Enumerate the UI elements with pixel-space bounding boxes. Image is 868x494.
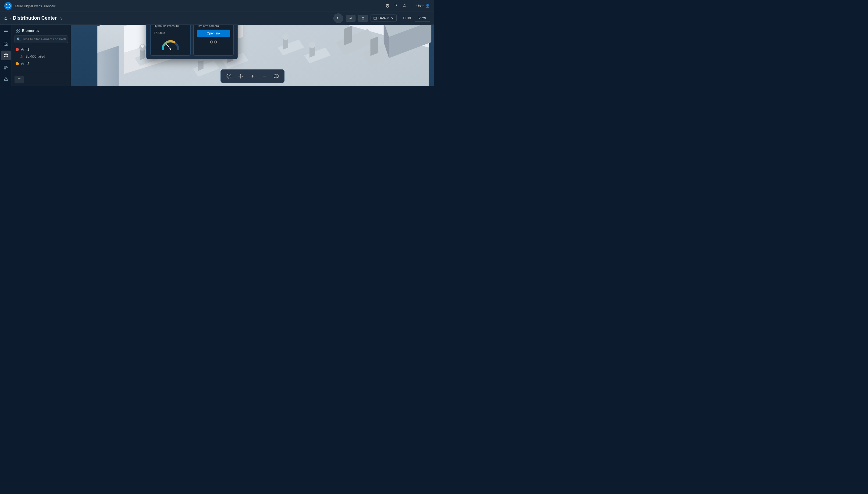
sidebar-bottom bbox=[12, 73, 71, 86]
share-button[interactable] bbox=[346, 15, 355, 22]
arm2-status-icon bbox=[16, 62, 19, 65]
elements-panel: Elements 🔍 Arm1 ⚠ Box506 failed Arm2 bbox=[12, 25, 71, 86]
svg-point-40 bbox=[141, 45, 144, 48]
pressure-gauge bbox=[154, 36, 187, 53]
arm2-label: Arm2 bbox=[21, 62, 29, 65]
user-avatar-icon: 👤 bbox=[426, 4, 430, 8]
build-tab[interactable]: Build bbox=[399, 14, 415, 22]
app-title: Azure Digital Twins Preview bbox=[15, 4, 55, 8]
sidebar-filter-button[interactable] bbox=[15, 76, 24, 83]
svg-rect-17 bbox=[16, 31, 18, 32]
metrics-row: Hydraulic Pressure 17.5m/s bbox=[150, 25, 234, 56]
arm1-status-icon bbox=[16, 48, 19, 51]
svg-rect-6 bbox=[5, 44, 6, 45]
app-subtitle: Preview bbox=[44, 4, 56, 8]
svg-marker-14 bbox=[4, 77, 8, 80]
svg-point-71 bbox=[170, 49, 171, 50]
link-icon bbox=[197, 39, 230, 46]
help-icon[interactable]: ? bbox=[394, 3, 397, 8]
icon-rail: ☰ bbox=[0, 25, 12, 86]
app-title-text: Azure Digital Twins bbox=[15, 4, 42, 8]
breadcrumb-current: Distribution Center bbox=[13, 15, 57, 21]
svg-point-56 bbox=[309, 42, 315, 48]
elements-list: Arm1 ⚠ Box506 failed Arm2 bbox=[12, 46, 71, 73]
focus-button[interactable] bbox=[224, 71, 234, 81]
home-button[interactable]: ⌂ bbox=[4, 15, 7, 21]
list-item[interactable]: ⚠ Box506 failed bbox=[12, 53, 71, 60]
popup-body: Packing Line Efficiency ⚠ Box506 failed … bbox=[146, 25, 237, 59]
move-button[interactable] bbox=[236, 71, 245, 81]
arm1-label: Arm1 bbox=[21, 48, 29, 51]
toolbar-right: ↻ Default ∨ Build View bbox=[333, 14, 430, 23]
svg-rect-16 bbox=[18, 29, 19, 31]
elements-header: Elements bbox=[12, 25, 71, 36]
alert-triangle-icon: ⚠ bbox=[20, 54, 23, 59]
rail-3d-icon[interactable] bbox=[1, 51, 11, 60]
rail-home-icon[interactable] bbox=[1, 39, 11, 49]
hydraulic-pressure-card: Hydraulic Pressure 17.5m/s bbox=[150, 25, 191, 56]
svg-rect-15 bbox=[16, 29, 18, 31]
navbar: Azure Digital Twins Preview ⚙ ? ☺ User 👤 bbox=[0, 0, 434, 12]
pressure-label: Hydraulic Pressure bbox=[154, 25, 187, 27]
main-layout: ☰ Elements 🔍 bbox=[0, 25, 434, 86]
list-item[interactable]: Arm1 bbox=[12, 46, 71, 53]
svg-rect-18 bbox=[18, 31, 19, 32]
list-item[interactable]: Arm2 bbox=[12, 60, 71, 67]
view-tab[interactable]: View bbox=[415, 14, 430, 22]
camera-label: Live arm camera bbox=[197, 25, 230, 27]
user-label: User bbox=[416, 4, 424, 8]
breadcrumb-separator: › bbox=[9, 16, 11, 20]
svg-rect-11 bbox=[4, 66, 7, 67]
pressure-number: 17.5 bbox=[154, 31, 159, 35]
svg-point-74 bbox=[227, 74, 231, 78]
svg-point-53 bbox=[282, 34, 289, 40]
rail-model-icon[interactable] bbox=[1, 62, 11, 72]
pressure-unit: m/s bbox=[160, 31, 165, 35]
zoom-in-button[interactable] bbox=[248, 71, 257, 81]
svg-point-3 bbox=[362, 18, 363, 19]
live-camera-card: Live arm camera Open link bbox=[193, 25, 234, 56]
app-logo bbox=[4, 2, 12, 10]
user-menu[interactable]: User 👤 bbox=[412, 4, 430, 8]
rail-menu-icon[interactable]: ☰ bbox=[1, 27, 11, 37]
svg-marker-60 bbox=[371, 36, 379, 56]
rail-query-icon[interactable] bbox=[1, 74, 11, 84]
svg-line-70 bbox=[166, 43, 171, 49]
svg-rect-4 bbox=[374, 17, 376, 20]
view-build-tabs: Build View bbox=[399, 14, 430, 22]
breadcrumb-dropdown-icon[interactable]: ∨ bbox=[60, 16, 63, 20]
viewport[interactable]: ⚠ A ▶ Arm1 ✕ State All properties bbox=[71, 25, 434, 86]
svg-point-73 bbox=[228, 75, 230, 77]
model-button[interactable] bbox=[271, 71, 281, 81]
search-icon: 🔍 bbox=[17, 37, 21, 41]
open-link-button[interactable]: Open link bbox=[197, 30, 230, 37]
scene-settings-button[interactable] bbox=[358, 15, 368, 22]
box506-label: Box506 failed bbox=[25, 55, 45, 58]
refresh-button[interactable]: ↻ bbox=[333, 14, 343, 23]
default-label: Default bbox=[378, 16, 389, 20]
search-input[interactable] bbox=[15, 36, 68, 43]
svg-rect-12 bbox=[4, 67, 8, 68]
svg-marker-58 bbox=[344, 26, 352, 45]
elements-icon bbox=[16, 28, 20, 33]
default-select[interactable]: Default ∨ bbox=[371, 15, 397, 22]
left-panel: ☰ Elements 🔍 bbox=[0, 25, 71, 86]
navbar-left: Azure Digital Twins Preview bbox=[4, 2, 55, 10]
popup-card: Arm1 ✕ State All properties Packing Line… bbox=[146, 25, 238, 59]
pressure-value: 17.5m/s bbox=[154, 28, 187, 36]
elements-label: Elements bbox=[22, 28, 39, 33]
smiley-icon[interactable]: ☺ bbox=[402, 3, 407, 8]
bottom-toolbar bbox=[220, 70, 284, 83]
svg-rect-13 bbox=[4, 69, 6, 69]
breadcrumb: ⌂ › Distribution Center ∨ bbox=[4, 15, 63, 21]
elements-search-container: 🔍 bbox=[15, 36, 68, 43]
zoom-out-button[interactable] bbox=[259, 71, 269, 81]
breadcrumb-bar: ⌂ › Distribution Center ∨ ↻ Default ∨ Bu… bbox=[0, 12, 434, 25]
settings-icon[interactable]: ⚙ bbox=[385, 3, 390, 9]
navbar-right: ⚙ ? ☺ User 👤 bbox=[385, 3, 430, 9]
svg-marker-1 bbox=[7, 4, 9, 7]
chevron-down-icon: ∨ bbox=[391, 16, 394, 20]
